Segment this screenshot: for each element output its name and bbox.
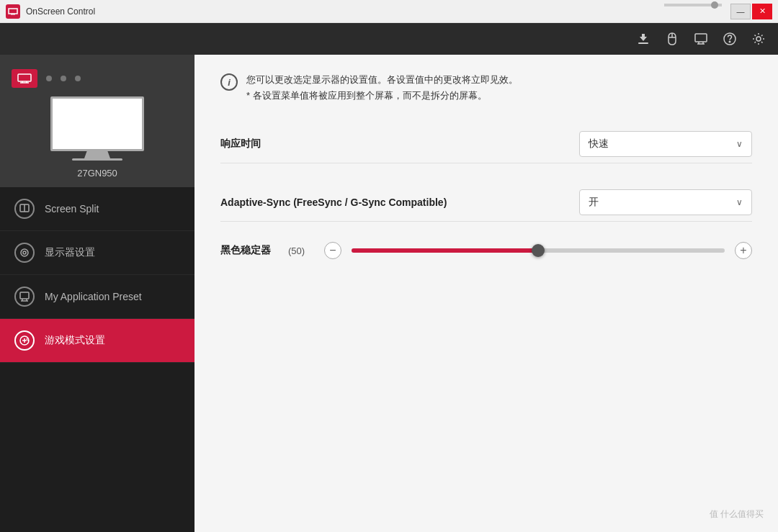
svg-rect-13	[18, 74, 31, 81]
slider-track[interactable]	[352, 248, 725, 253]
info-line-2: * 各设置菜单值将被应用到整个屏幕，而不是拆分的屏幕。	[246, 88, 518, 104]
nav-dot-2[interactable]	[46, 76, 52, 81]
nav-dot-4[interactable]	[75, 76, 81, 81]
game-mode-icon	[14, 330, 35, 351]
slider-thumb[interactable]	[532, 244, 545, 257]
response-time-row: 响应时间 快速 ∨	[220, 125, 752, 163]
screen-split-icon	[14, 199, 35, 219]
adaptive-sync-dropdown[interactable]: 开 ∨	[579, 189, 752, 215]
monitor-illustration	[50, 96, 144, 161]
adaptive-sync-value: 开	[589, 196, 599, 209]
black-stabilizer-label: 黑色稳定器	[220, 244, 278, 257]
response-time-value: 快速	[589, 137, 609, 150]
title-bar-left: OnScreen Control	[6, 4, 95, 19]
sidebar-item-screen-split-label: Screen Split	[45, 203, 99, 215]
slider-decrease-button[interactable]: −	[324, 242, 341, 259]
app-title: OnScreen Control	[26, 6, 95, 17]
svg-point-11	[729, 41, 730, 42]
svg-point-20	[23, 251, 26, 254]
sidebar-item-screen-split[interactable]: Screen Split	[0, 187, 194, 231]
dot-nav	[12, 69, 183, 88]
info-line-1: 您可以更改选定显示器的设置值。各设置值中的更改将立即见效。	[246, 72, 518, 88]
svg-point-29	[27, 340, 29, 341]
sidebar-nav: Screen Split 显示器设置	[0, 187, 194, 532]
svg-point-19	[21, 249, 28, 256]
adaptive-sync-label: Adaptive-Sync (FreeSync / G-Sync Compati…	[220, 197, 447, 208]
sidebar-item-game-mode[interactable]: 游戏模式设置	[0, 319, 194, 363]
content-area: i 您可以更改选定显示器的设置值。各设置值中的更改将立即见效。 * 各设置菜单值…	[194, 55, 778, 532]
svg-marker-3	[640, 34, 647, 41]
nav-dot-3[interactable]	[61, 76, 66, 81]
title-controls: — ✕	[664, 4, 772, 19]
mouse-icon[interactable]	[661, 28, 683, 50]
display-settings-icon	[14, 243, 35, 263]
adaptive-sync-arrow: ∨	[736, 197, 743, 207]
response-time-label: 响应时间	[220, 137, 261, 150]
monitor-area: 27GN950	[0, 55, 194, 187]
adaptive-sync-row: Adaptive-Sync (FreeSync / G-Sync Compati…	[220, 184, 752, 222]
info-text: 您可以更改选定显示器的设置值。各设置值中的更改将立即见效。 * 各设置菜单值将被…	[246, 72, 518, 104]
minimize-button[interactable]: —	[730, 4, 751, 19]
info-banner: i 您可以更改选定显示器的设置值。各设置值中的更改将立即见效。 * 各设置菜单值…	[220, 72, 752, 104]
settings-icon[interactable]	[748, 28, 769, 50]
title-slider	[664, 4, 722, 6]
title-bar: OnScreen Control — ✕	[0, 0, 778, 23]
app-preset-icon	[14, 287, 35, 307]
svg-rect-1	[11, 14, 15, 15]
toolbar	[0, 23, 778, 55]
sidebar-item-display-settings-label: 显示器设置	[45, 246, 95, 259]
help-icon[interactable]	[719, 28, 741, 50]
screen-icon[interactable]	[690, 28, 712, 50]
sidebar-item-app-preset-label: My Application Preset	[45, 291, 142, 302]
svg-rect-6	[695, 34, 707, 42]
monitor-name: 27GN950	[77, 168, 117, 179]
svg-rect-2	[638, 42, 648, 44]
close-button[interactable]: ✕	[752, 4, 772, 19]
sidebar-item-app-preset[interactable]: My Application Preset	[0, 275, 194, 319]
sidebar: 27GN950 Screen Split	[0, 55, 194, 532]
black-stabilizer-value: (50)	[288, 245, 314, 256]
black-stabilizer-row: 黑色稳定器 (50) − +	[220, 242, 752, 259]
info-icon: i	[220, 73, 238, 91]
sidebar-item-game-mode-label: 游戏模式设置	[45, 334, 105, 347]
main-container: 27GN950 Screen Split	[0, 55, 778, 532]
response-time-arrow: ∨	[736, 139, 743, 149]
svg-point-12	[756, 37, 761, 41]
watermark: 值 什么值得买	[710, 508, 764, 520]
slider-fill	[352, 248, 538, 253]
svg-rect-21	[20, 292, 29, 299]
download-icon[interactable]	[632, 28, 654, 50]
svg-rect-0	[9, 9, 17, 14]
slider-increase-button[interactable]: +	[735, 242, 752, 259]
app-icon	[6, 4, 20, 19]
nav-dot-active[interactable]	[12, 69, 37, 88]
svg-point-28	[27, 338, 28, 340]
sidebar-item-display-settings[interactable]: 显示器设置	[0, 231, 194, 275]
response-time-dropdown[interactable]: 快速 ∨	[579, 131, 752, 157]
